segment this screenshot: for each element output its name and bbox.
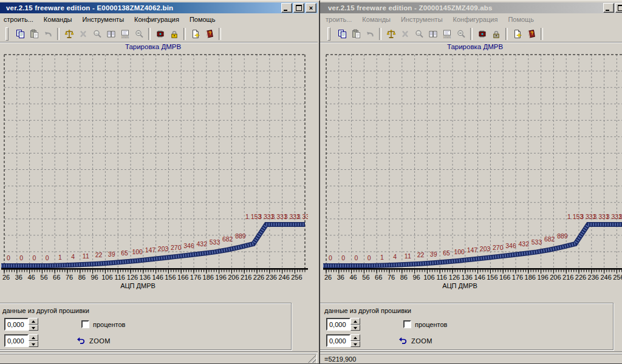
percent-label: процентов (415, 321, 447, 328)
toolbar-help-book-button[interactable]: ? (202, 27, 216, 41)
toolbar-paste-button[interactable] (27, 27, 41, 41)
help-book-icon: ? (527, 29, 536, 39)
spin2-down-button[interactable] (350, 341, 360, 348)
svg-text:256: 256 (291, 274, 302, 281)
toolbar-zoom-out-button[interactable] (454, 27, 468, 41)
spin1-down-button[interactable] (350, 325, 360, 331)
toolbar-file-flash-button[interactable] (510, 27, 524, 41)
value-spinbox-2 (4, 334, 38, 347)
toolbar-catalog-button[interactable] (104, 27, 118, 41)
zoom-label: ZOOM (411, 337, 432, 345)
toolbar-grip[interactable] (5, 27, 9, 41)
svg-text:0: 0 (7, 254, 10, 261)
toolbar-scales-button[interactable] (62, 27, 76, 41)
resize-grip[interactable] (308, 355, 316, 363)
toolbar-copy-button[interactable] (335, 27, 349, 41)
scales-icon (64, 29, 74, 39)
toolbar-lock-button[interactable] (489, 27, 503, 41)
menu-item-configuration[interactable]: Конфигурация (134, 15, 185, 24)
spin2-up-button[interactable] (350, 334, 360, 341)
maximize-button[interactable] (615, 3, 622, 13)
svg-text:36: 36 (337, 274, 344, 281)
svg-text:36: 36 (15, 274, 22, 281)
toolbar-catalog-button[interactable] (426, 27, 440, 41)
undo-arrow-icon (398, 337, 408, 345)
titlebar[interactable]: ver.2.15 freeware edition - E0000138ZMZ4… (0, 2, 318, 13)
menu-item-tools[interactable]: Инструменты (401, 15, 448, 24)
toolbar-code-button[interactable]: 10101 (440, 27, 454, 41)
svg-text:226: 226 (253, 274, 264, 281)
toolbar-copy-button[interactable] (13, 27, 27, 41)
undo-icon (365, 29, 375, 39)
dmrv-calibration-chart[interactable]: 0000141122396510014720327034643253368288… (323, 52, 622, 292)
svg-text:100: 100 (132, 248, 143, 255)
spin-input-2[interactable] (4, 334, 29, 347)
percent-checkbox[interactable] (81, 320, 89, 328)
window-title: ver.2.15 freeware edition - E0000138ZMZ4… (6, 4, 281, 12)
menu-item-build[interactable]: троить... (326, 15, 357, 24)
toolbar-lock-button[interactable] (167, 27, 181, 41)
toolbar-cut-button[interactable] (398, 27, 412, 41)
toolbar-code-button[interactable]: 10101 (118, 27, 132, 41)
svg-text:682: 682 (222, 235, 233, 243)
file-flash-icon (513, 29, 522, 39)
svg-text:246: 246 (600, 274, 611, 281)
titlebar[interactable]: ver.2.15 freeware edition - Z0000145ZMZ4… (312, 2, 622, 13)
svg-text:156: 156 (165, 274, 176, 281)
value-spinbox-1 (326, 318, 360, 331)
spin1-up-button[interactable] (29, 318, 38, 325)
copy-icon (15, 29, 25, 39)
close-button[interactable]: × (306, 3, 316, 13)
spin-input-2[interactable] (326, 334, 350, 347)
svg-text:889: 889 (557, 232, 568, 240)
zoom-undo-button[interactable] (76, 337, 86, 345)
help-book-icon: ? (205, 29, 214, 39)
spin-input-1[interactable] (4, 318, 29, 331)
toolbar: no10101? (312, 25, 622, 42)
menu-item-help[interactable]: Помощь (508, 15, 539, 24)
menu-item-tools[interactable]: Инструменты (82, 15, 129, 24)
toolbar-chip-button[interactable] (153, 27, 167, 41)
toolbar-undo-button[interactable] (41, 27, 55, 41)
toolbar-separator (148, 28, 151, 40)
menu-item-help[interactable]: Помощь (190, 15, 221, 24)
lock-icon (491, 29, 501, 39)
svg-text:176: 176 (190, 274, 201, 281)
spin1-down-button[interactable] (29, 325, 38, 331)
toolbar-chip-button[interactable] (475, 27, 489, 41)
toolbar-file-flash-button[interactable] (188, 27, 202, 41)
svg-text:126: 126 (127, 274, 138, 281)
toolbar-help-book-button[interactable]: ? (524, 27, 538, 41)
menu-item-commands[interactable]: Команды (44, 15, 78, 24)
toolbar-undo-button[interactable] (363, 27, 377, 41)
svg-text:65: 65 (443, 249, 450, 257)
toolbar-search-button[interactable]: no (412, 27, 426, 41)
toolbar-zoom-out-button[interactable] (132, 27, 146, 41)
percent-checkbox[interactable] (403, 320, 411, 328)
menu-item-build[interactable]: строить... (4, 15, 39, 24)
minimize-icon (284, 10, 287, 11)
spin-input-1[interactable] (326, 318, 350, 331)
toolbar-search-button[interactable]: no (90, 27, 104, 41)
toolbar-scales-button[interactable] (384, 27, 398, 41)
minimize-button[interactable] (281, 3, 292, 13)
file-flash-icon (191, 29, 200, 39)
toolbar-grip[interactable] (327, 27, 330, 41)
toolbar-separator (470, 28, 473, 40)
maximize-button[interactable] (293, 3, 304, 13)
svg-text:236: 236 (588, 274, 599, 281)
minimize-button[interactable] (603, 3, 614, 13)
toolbar-paste-button[interactable] (349, 27, 363, 41)
spin1-up-button[interactable] (350, 318, 360, 325)
svg-text:76: 76 (66, 274, 73, 281)
svg-text:136: 136 (462, 274, 473, 281)
menu-item-commands[interactable]: Команды (362, 15, 396, 24)
zoom-undo-button[interactable] (398, 337, 408, 345)
percent-label: процентов (93, 321, 125, 328)
menu-item-configuration[interactable]: Конфигурация (453, 15, 504, 24)
x-axis-label: АЦП ДМРВ (120, 282, 156, 289)
spin2-up-button[interactable] (29, 334, 38, 341)
dmrv-calibration-chart[interactable]: 0000141122396510014720327034643253368288… (1, 52, 308, 292)
toolbar-cut-button[interactable] (76, 27, 90, 41)
spin2-down-button[interactable] (29, 341, 38, 348)
